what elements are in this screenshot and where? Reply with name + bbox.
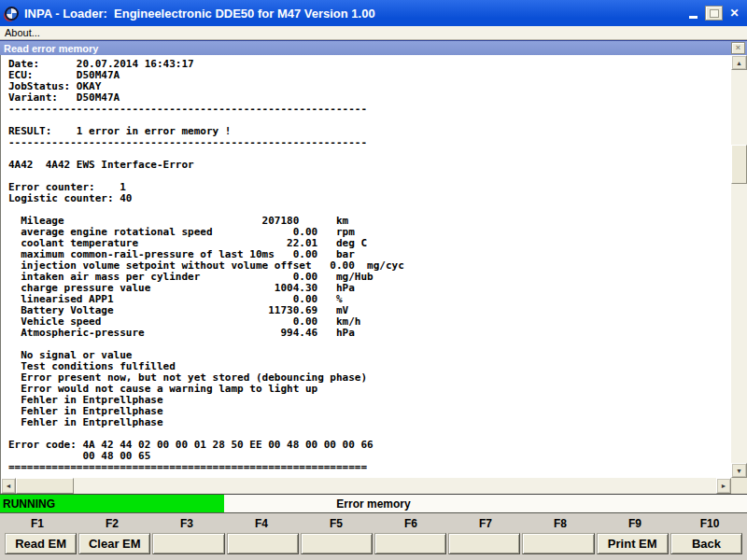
fkey-slot-f10: Back (670, 533, 742, 554)
horizontal-scroll-track[interactable] (16, 478, 716, 494)
read-error-memory-window: Read error memory × Date: 20.07.2014 16:… (0, 40, 747, 495)
fkey-label-f7: F7 (448, 517, 523, 531)
fkey-button-f3[interactable] (152, 533, 224, 554)
fkey-label-f3: F3 (149, 517, 224, 531)
child-window-title: Read error memory (4, 43, 731, 54)
back-button[interactable]: Back (670, 533, 742, 554)
app-icon (5, 7, 19, 21)
fkey-label-f4: F4 (224, 517, 299, 531)
fkey-button-f4[interactable] (227, 533, 299, 554)
vertical-scroll-track[interactable] (731, 70, 747, 463)
fkey-labels-row: F1F2F3F4F5F6F7F8F9F10 (0, 513, 747, 531)
fkey-slot-f1: Read EM (5, 533, 77, 554)
clear-em-button[interactable]: Clear EM (78, 533, 150, 554)
fkey-slot-f5 (301, 533, 373, 554)
vertical-scroll-thumb[interactable] (731, 145, 747, 184)
fkey-label-f1: F1 (0, 517, 75, 531)
menubar: About... (0, 26, 747, 40)
scrollbar-corner (731, 478, 747, 494)
fkey-label-f2: F2 (75, 517, 149, 531)
titlebar: INPA - Loader: Engineelectronic DDE50 fo… (0, 0, 747, 26)
scroll-down-button[interactable]: ▼ (731, 463, 747, 478)
window-title: INPA - Loader: Engineelectronic DDE50 fo… (24, 7, 679, 21)
fkey-label-f6: F6 (374, 517, 448, 531)
maximize-button[interactable] (705, 6, 723, 21)
fkey-label-f8: F8 (523, 517, 598, 531)
fkey-slot-f4 (227, 533, 299, 554)
print-em-button[interactable]: Print EM (597, 533, 669, 554)
read-em-button[interactable]: Read EM (5, 533, 77, 554)
fkey-slot-f7 (448, 533, 520, 554)
fkey-button-f8[interactable] (522, 533, 594, 554)
vertical-scrollbar[interactable]: ▲ ▼ (731, 55, 747, 478)
inpa-window: INPA - Loader: Engineelectronic DDE50 fo… (0, 0, 747, 560)
scroll-left-button[interactable]: ◄ (1, 478, 16, 494)
fkey-button-f7[interactable] (448, 533, 520, 554)
horizontal-scrollbar-row: ◄ ► (0, 478, 747, 494)
status-running-badge: RUNNING (0, 495, 224, 512)
fkey-slot-f2: Clear EM (78, 533, 150, 554)
window-controls: ✕ (684, 6, 743, 21)
fkey-label-f5: F5 (299, 517, 374, 531)
minimize-button[interactable] (684, 6, 702, 21)
status-bar: RUNNING Error memory (0, 495, 747, 513)
fkey-button-f5[interactable] (301, 533, 373, 554)
report-area: Date: 20.07.2014 16:43:17 ECU: D50M47A J… (0, 55, 747, 478)
error-memory-report: Date: 20.07.2014 16:43:17 ECU: D50M47A J… (1, 55, 731, 478)
horizontal-scrollbar[interactable]: ◄ ► (1, 478, 731, 494)
fkey-slot-f6 (374, 533, 446, 554)
scroll-up-button[interactable]: ▲ (731, 55, 747, 70)
function-key-panel: F1F2F3F4F5F6F7F8F9F10 Read EMClear EMPri… (0, 513, 747, 560)
fkey-slot-f8 (522, 533, 594, 554)
child-titlebar: Read error memory × (0, 40, 747, 55)
fkey-slot-f3 (152, 533, 224, 554)
fkey-button-f6[interactable] (374, 533, 446, 554)
fkey-buttons-row: Read EMClear EMPrint EMBack (0, 531, 747, 560)
child-close-button[interactable]: × (731, 42, 745, 54)
fkey-slot-f9: Print EM (597, 533, 669, 554)
horizontal-scroll-thumb[interactable] (16, 478, 74, 494)
fkey-label-f9: F9 (598, 517, 672, 531)
menu-item-about[interactable]: About... (5, 27, 40, 38)
fkey-label-f10: F10 (672, 517, 747, 531)
close-icon: × (736, 44, 740, 52)
close-button[interactable]: ✕ (726, 6, 743, 21)
scroll-right-button[interactable]: ► (716, 478, 731, 494)
